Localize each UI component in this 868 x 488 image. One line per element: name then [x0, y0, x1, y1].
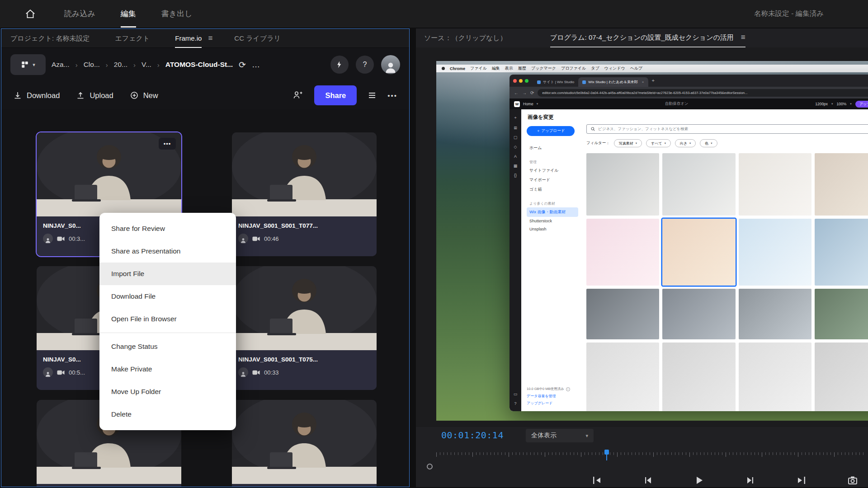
upload-icon — [76, 91, 85, 100]
breadcrumb-item[interactable]: 20... — [114, 61, 127, 69]
filter-label: フィルター： — [586, 141, 610, 146]
zoom-fit-select[interactable]: 全体表示 ▾ — [526, 429, 594, 442]
account-switcher-button[interactable]: ▾ — [10, 54, 46, 75]
lightning-icon — [335, 61, 344, 69]
share-button[interactable]: Share — [314, 85, 357, 105]
tab-effects[interactable]: エフェクト — [115, 29, 150, 48]
panel-menu-icon[interactable]: ≡ — [208, 34, 212, 43]
menu-item-move-up-folder[interactable]: Move Up Folder — [99, 380, 236, 403]
frameio-header: ▾ Aza... › Clo... › 20... › V... › ATOMO… — [1, 48, 409, 81]
timeline-zoom-handle[interactable] — [427, 464, 433, 469]
url-field: editor.wix.com/studio/c5e0b6a2-0a04-442b… — [538, 89, 868, 97]
clip-card[interactable]: NINJAV_S001_S001_T077... 00:46 — [232, 132, 377, 256]
breadcrumb-separator: › — [157, 61, 160, 69]
storage-usage: 10.0 GB中0 MB使用済み — [527, 387, 564, 391]
collaborator-avatar — [238, 234, 248, 244]
menu-item-change-status[interactable]: Change Status — [99, 335, 236, 358]
wix-tool-rail: ＋ ⊞ ▢ ◇ A ▦ {} ▭ ? — [509, 109, 521, 411]
wix-editor-body: ＋ ⊞ ▢ ◇ A ▦ {} ▭ ? 画像を変更 ＋ — [509, 109, 868, 411]
clip-duration: 00:3... — [69, 235, 85, 242]
clip-info: NINJAV_S001_S001_T073... — [232, 484, 377, 487]
wix-logo: W — [514, 101, 520, 107]
clip-thumbnail-art — [232, 266, 377, 350]
mac-menu-item: タブ — [591, 66, 599, 71]
playhead-handle[interactable] — [604, 450, 609, 455]
browser-tab-strip: サイト | Wix Studio Wix Studio | わたあめ＆来未郎× … — [509, 75, 868, 87]
frameio-toolbar: Download Upload New Share ••• — [1, 81, 409, 109]
upload-button[interactable]: Upload — [76, 91, 113, 100]
tab-import[interactable]: 読み込み — [64, 0, 95, 28]
transport-controls — [591, 475, 858, 486]
breadcrumb-item[interactable]: Aza... — [52, 61, 70, 69]
panel-menu-icon[interactable]: ≡ — [741, 33, 745, 42]
clip-card[interactable]: NINJAV_S001_S001_T075... 00:33 — [232, 266, 377, 390]
tab-frameio[interactable]: Frame.io — [175, 29, 202, 48]
menu-item-share-for-review[interactable]: Share for Review — [99, 217, 236, 240]
add-collaborator-button[interactable] — [292, 90, 303, 101]
photo-thumbnail — [586, 343, 659, 411]
breadcrumb-item[interactable]: V... — [142, 61, 151, 69]
list-view-button[interactable] — [368, 91, 377, 100]
menu-item-open-file-in-browser[interactable]: Open File in Browser — [99, 308, 236, 330]
clip-duration: 00:5... — [69, 369, 85, 376]
clip-thumbnail — [232, 132, 377, 216]
media-search-field: ビジネス、ファッション、フィットネスなどを検索 — [586, 124, 868, 134]
clip-card[interactable]: NINJAV_S001_S001_T073... — [232, 400, 377, 487]
home-button[interactable] — [24, 8, 36, 20]
go-to-out-button[interactable] — [796, 475, 807, 486]
clip-info: NINJAV_S001_S001_T074... — [37, 484, 181, 487]
photo-thumbnail — [815, 219, 868, 286]
tab-export[interactable]: 書き出し — [161, 0, 193, 28]
chevron-down-icon: ▾ — [689, 141, 691, 145]
help-button[interactable]: ? — [356, 56, 374, 74]
tab-close-icon: × — [642, 80, 644, 84]
media-panel-body: ＋ アップロード ホーム 管理 サイトファイル マイボード ゴミ箱 より多くの素… — [521, 123, 868, 411]
camera-icon — [57, 370, 65, 375]
tab-cc-libraries[interactable]: CC ライブラリ — [234, 29, 281, 48]
clip-thumbnail — [232, 400, 377, 484]
mac-menu-item: Chrome — [450, 66, 465, 71]
breadcrumb-item[interactable]: Clo... — [84, 61, 100, 69]
media-panel-sidebar: ＋ アップロード ホーム 管理 サイトファイル マイボード ゴミ箱 より多くの素… — [521, 123, 582, 411]
export-frame-button[interactable] — [847, 475, 858, 486]
tab-edit[interactable]: 編集 — [121, 0, 136, 28]
toolbar-right-actions: Share ••• — [292, 85, 397, 105]
media-nav-site-files: サイトファイル — [527, 166, 578, 175]
mac-menu-item: プロファイル — [561, 66, 586, 71]
refresh-icon[interactable]: ⟳ — [239, 60, 246, 70]
user-avatar[interactable] — [381, 55, 400, 74]
menu-item-download-file[interactable]: Download File — [99, 285, 236, 308]
download-button[interactable]: Download — [13, 91, 60, 100]
go-to-out-icon — [796, 475, 807, 486]
quick-actions-button[interactable] — [330, 56, 349, 74]
menu-item-share-as-presentation[interactable]: Share as Presentation — [99, 240, 236, 263]
list-view-icon — [368, 91, 377, 100]
play-button[interactable] — [693, 475, 704, 486]
go-to-in-button[interactable] — [591, 475, 602, 486]
step-back-button[interactable] — [642, 475, 653, 486]
breadcrumb-current-folder[interactable]: ATOMOS-Cloud-St... — [165, 61, 233, 69]
wix-upgrade-button: アップグレード — [855, 101, 868, 108]
photo-thumbnail — [739, 343, 811, 411]
info-icon: i — [566, 387, 570, 391]
menu-item-make-private[interactable]: Make Private — [99, 358, 236, 380]
step-forward-button[interactable] — [745, 475, 756, 486]
tab-project[interactable]: プロジェクト: 名称未設定 — [10, 29, 90, 48]
menu-item-import-file[interactable]: Import File — [99, 263, 236, 285]
clip-name: NINJAV_S001_S001_T075... — [238, 356, 370, 363]
tab-program-monitor[interactable]: プログラム: 07-4_セクションの設置_既成セクションの活用 ≡ — [550, 28, 745, 47]
clip-more-button[interactable]: ••• — [159, 138, 176, 150]
chevron-down-icon: ▾ — [665, 141, 666, 145]
more-options-button[interactable]: ••• — [387, 92, 397, 99]
playhead[interactable] — [604, 450, 609, 460]
breadcrumb-overflow-icon[interactable]: … — [252, 60, 261, 70]
tab-source-monitor[interactable]: ソース：（クリップなし） — [424, 34, 507, 42]
clip-meta: 00:33 — [238, 367, 370, 377]
menu-item-delete[interactable]: Delete — [99, 403, 236, 426]
new-button[interactable]: New — [130, 91, 158, 100]
program-timecode[interactable]: 00:01:20:14 — [441, 430, 504, 441]
grid-icon: ⊞ — [514, 126, 517, 130]
chevron-down-icon: ▾ — [711, 141, 712, 145]
wix-topbar-right: 1200px ▾ 100% ▾ アップグレード — [815, 101, 868, 108]
program-time-ruler[interactable] — [436, 450, 867, 460]
